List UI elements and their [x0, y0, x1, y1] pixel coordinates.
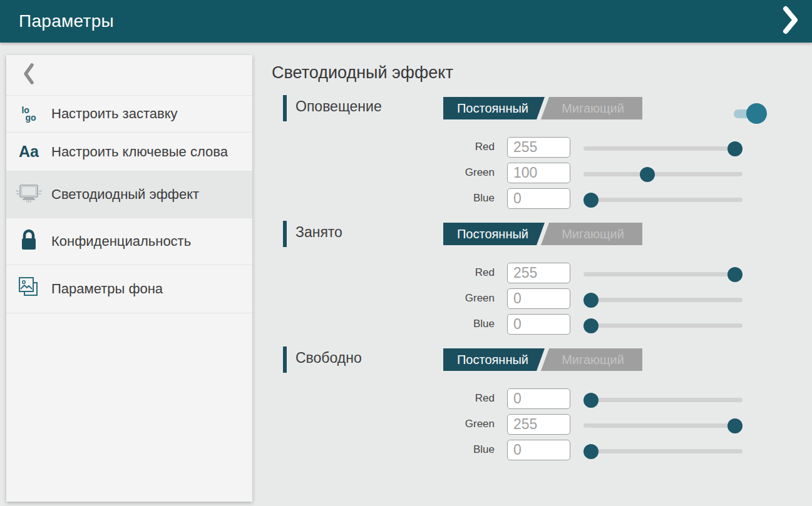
slider-knob[interactable]: [583, 318, 599, 333]
mode-constant-button[interactable]: Постоянный: [443, 97, 545, 119]
channel-row: Red: [272, 261, 812, 286]
channel-label: Green: [388, 418, 495, 430]
enable-switch[interactable]: [734, 103, 767, 124]
monitor-icon: [14, 183, 43, 206]
led-sections: ОповещениеПостоянныйМигающийRedGreenBlue…: [272, 95, 812, 463]
app-header: Параметры: [0, 0, 812, 43]
section-header: ОповещениеПостоянныйМигающий: [272, 95, 812, 121]
blue-slider[interactable]: [583, 444, 743, 459]
accent-bar: [283, 95, 287, 121]
sidebar-item-label: Параметры фона: [51, 281, 167, 297]
channel-label: Blue: [388, 443, 495, 456]
blue-slider[interactable]: [583, 193, 743, 208]
channel-label: Red: [388, 141, 495, 153]
logo-icon: logo: [21, 106, 36, 121]
channel-row: Green: [272, 286, 812, 312]
sidebar-item-label: Светодиодный эффект: [51, 186, 203, 203]
channel-row: Red: [272, 387, 812, 412]
sidebar-item[interactable]: Параметры фона: [6, 265, 252, 313]
red-slider[interactable]: [583, 393, 743, 408]
rgb-sliders: RedGreenBlue: [272, 135, 812, 212]
sidebar-item[interactable]: Конфиденциальность: [6, 218, 252, 265]
accent-bar: [283, 221, 287, 247]
channel-row: Blue: [272, 438, 812, 463]
sidebar-item[interactable]: Светодиодный эффект: [6, 171, 252, 218]
channel-label: Blue: [388, 318, 495, 330]
led-section: СвободноПостоянныйМигающийRedGreenBlue: [272, 347, 812, 463]
blue-value-input[interactable]: [507, 314, 570, 335]
section-label: Занято: [296, 224, 342, 241]
channel-label: Blue: [388, 192, 495, 205]
red-value-input[interactable]: [507, 263, 570, 283]
slider-knob[interactable]: [727, 141, 743, 156]
sidebar: logoНастроить заставкуAaНастроить ключев…: [6, 55, 252, 502]
lock-icon: [18, 228, 39, 255]
mode-toggle: ПостоянныйМигающий: [443, 223, 642, 245]
channel-label: Green: [388, 166, 495, 179]
red-value-input[interactable]: [507, 137, 570, 158]
slider-knob[interactable]: [583, 193, 599, 208]
slider-knob[interactable]: [583, 393, 599, 408]
blue-slider[interactable]: [583, 318, 743, 333]
mode-constant-button[interactable]: Постоянный: [443, 223, 545, 245]
slider-knob[interactable]: [640, 167, 655, 182]
blue-value-input[interactable]: [507, 440, 570, 460]
green-value-input[interactable]: [507, 414, 570, 435]
mode-blinking-button[interactable]: Мигающий: [541, 223, 642, 245]
images-icon: [16, 275, 41, 303]
channel-row: Green: [272, 412, 812, 438]
main-title: Светодиодный эффект: [272, 61, 812, 84]
mode-blinking-button[interactable]: Мигающий: [541, 97, 642, 119]
chevron-right-icon: [782, 5, 799, 38]
green-slider[interactable]: [583, 418, 743, 433]
led-section: ОповещениеПостоянныйМигающийRedGreenBlue: [272, 95, 812, 212]
forward-button[interactable]: [778, 6, 803, 36]
channel-label: Red: [388, 392, 495, 405]
aa-icon: Aa: [19, 143, 39, 161]
slider-knob[interactable]: [727, 418, 743, 433]
green-slider[interactable]: [583, 167, 743, 182]
sidebar-item-label: Конфиденциальность: [51, 233, 195, 250]
sidebar-back-button[interactable]: [6, 55, 252, 96]
green-value-input[interactable]: [507, 288, 570, 309]
sidebar-item-label: Настроить ключевые слова: [51, 144, 232, 160]
section-header: СвободноПостоянныйМигающий: [272, 347, 812, 373]
mode-blinking-button[interactable]: Мигающий: [541, 348, 642, 371]
section-header: ЗанятоПостоянныйМигающий: [272, 221, 812, 247]
section-label: Свободно: [296, 350, 362, 367]
main-content: Светодиодный эффект ОповещениеПостоянный…: [252, 43, 812, 506]
channel-row: Blue: [272, 186, 812, 212]
sidebar-item-label: Настроить заставку: [51, 106, 182, 122]
chevron-left-icon: [23, 63, 35, 88]
green-value-input[interactable]: [507, 163, 570, 183]
led-section: ЗанятоПостоянныйМигающийRedGreenBlue: [272, 221, 812, 338]
slider-knob[interactable]: [583, 293, 599, 308]
page-title: Параметры: [19, 11, 114, 31]
slider-knob[interactable]: [727, 267, 743, 282]
sidebar-item[interactable]: AaНастроить ключевые слова: [6, 133, 252, 171]
channel-row: Green: [272, 161, 812, 186]
settings-page: Параметры logoНастроить заставкуAaНастро…: [0, 0, 812, 506]
blue-value-input[interactable]: [507, 188, 570, 209]
channel-label: Green: [388, 292, 495, 305]
rgb-sliders: RedGreenBlue: [272, 261, 812, 338]
green-slider[interactable]: [583, 293, 743, 308]
red-value-input[interactable]: [507, 388, 570, 409]
sidebar-items: logoНастроить заставкуAaНастроить ключев…: [6, 96, 252, 313]
accent-bar: [283, 347, 287, 373]
red-slider[interactable]: [583, 267, 743, 282]
red-slider[interactable]: [583, 141, 743, 156]
channel-label: Red: [388, 266, 495, 279]
switch-knob: [746, 103, 767, 124]
section-label: Оповещение: [296, 98, 382, 115]
rgb-sliders: RedGreenBlue: [272, 387, 812, 463]
slider-knob[interactable]: [583, 444, 599, 459]
sidebar-item[interactable]: logoНастроить заставку: [6, 96, 252, 133]
mode-constant-button[interactable]: Постоянный: [443, 348, 545, 371]
mode-toggle: ПостоянныйМигающий: [443, 348, 642, 371]
channel-row: Red: [272, 135, 812, 161]
mode-toggle: ПостоянныйМигающий: [443, 97, 642, 119]
channel-row: Blue: [272, 312, 812, 338]
